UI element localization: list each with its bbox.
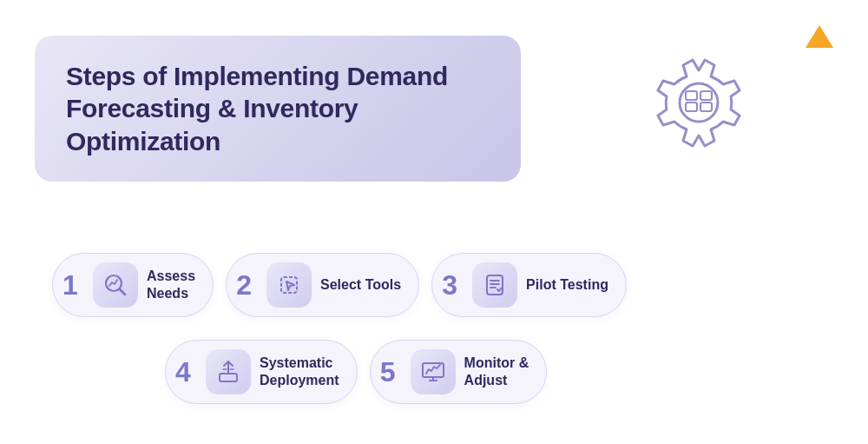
step-1-label: AssessNeeds [147, 268, 195, 302]
svg-rect-13 [220, 374, 237, 381]
step-4-label: SystematicDeployment [260, 355, 339, 389]
svg-rect-2 [700, 91, 712, 100]
step-5-pill: 5 Monitor &Adjust [370, 340, 548, 404]
step-3-icon-box [472, 262, 517, 308]
logo-triangle-icon [806, 25, 833, 48]
step-5-icon-box [411, 349, 456, 394]
page-title: Steps of Implementing Demand Forecasting… [66, 60, 490, 158]
step-1-pill: 1 AssessNeeds [52, 253, 214, 317]
step-2-icon-box [266, 262, 312, 308]
steps-row-1: 1 AssessNeeds 2 Select Tools [52, 253, 627, 317]
step-1-icon-box [93, 262, 138, 308]
main-container: Steps of Implementing Demand Forecasting… [9, 10, 859, 435]
step-4-number: 4 [171, 358, 195, 386]
steps-row-2: 4 SystematicDeployment 5 [165, 340, 547, 404]
step-5-label: Monitor &Adjust [464, 355, 529, 389]
checklist-icon [481, 271, 509, 299]
step-2-pill: 2 Select Tools [226, 253, 419, 317]
title-card: Steps of Implementing Demand Forecasting… [35, 36, 521, 182]
step-2-label: Select Tools [320, 276, 401, 294]
deploy-icon [214, 358, 242, 386]
step-5-number: 5 [376, 358, 400, 386]
step-4-pill: 4 SystematicDeployment [165, 340, 358, 404]
gear-illustration [634, 53, 764, 183]
step-3-pill: 3 Pilot Testing [431, 253, 627, 317]
step-3-label: Pilot Testing [526, 276, 608, 294]
svg-rect-1 [686, 91, 697, 100]
search-chart-icon [102, 271, 129, 299]
svg-line-6 [120, 288, 126, 295]
monitor-icon [419, 358, 447, 386]
step-2-number: 2 [232, 271, 256, 299]
svg-rect-4 [700, 103, 712, 111]
step-3-number: 3 [437, 271, 462, 299]
svg-rect-9 [487, 275, 503, 295]
svg-point-0 [680, 83, 718, 122]
step-1-number: 1 [58, 271, 82, 299]
svg-rect-3 [686, 103, 697, 111]
svg-marker-8 [286, 282, 294, 290]
step-4-icon-box [206, 349, 251, 394]
cursor-icon [275, 271, 303, 299]
